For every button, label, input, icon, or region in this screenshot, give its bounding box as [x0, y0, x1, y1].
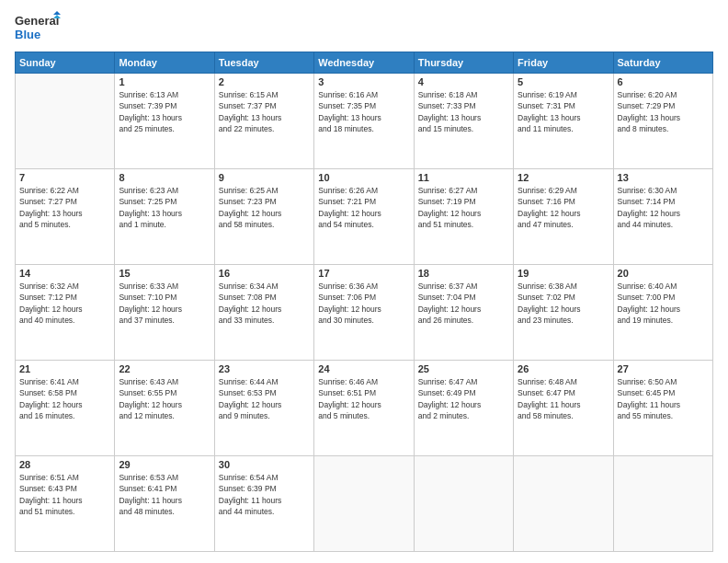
calendar-cell: 28Sunrise: 6:51 AM Sunset: 6:43 PM Dayli…	[16, 456, 115, 552]
day-number: 1	[119, 76, 210, 87]
day-number: 3	[318, 76, 409, 87]
day-number: 6	[618, 76, 709, 87]
day-info: Sunrise: 6:47 AM Sunset: 6:49 PM Dayligh…	[418, 376, 509, 421]
svg-text:General: General	[15, 14, 59, 28]
calendar-header-row: SundayMondayTuesdayWednesdayThursdayFrid…	[16, 52, 713, 74]
calendar-cell: 10Sunrise: 6:26 AM Sunset: 7:21 PM Dayli…	[314, 169, 414, 265]
calendar-cell: 24Sunrise: 6:46 AM Sunset: 6:51 PM Dayli…	[314, 361, 414, 456]
day-info: Sunrise: 6:34 AM Sunset: 7:08 PM Dayligh…	[219, 281, 310, 326]
col-header-saturday: Saturday	[613, 52, 712, 74]
day-info: Sunrise: 6:54 AM Sunset: 6:39 PM Dayligh…	[219, 472, 310, 517]
calendar-week-1: 1Sunrise: 6:13 AM Sunset: 7:39 PM Daylig…	[16, 74, 713, 169]
day-info: Sunrise: 6:13 AM Sunset: 7:39 PM Dayligh…	[119, 89, 210, 134]
col-header-sunday: Sunday	[16, 52, 115, 74]
day-number: 21	[19, 363, 110, 374]
day-number: 11	[418, 172, 509, 183]
day-number: 8	[119, 172, 210, 183]
calendar-cell: 11Sunrise: 6:27 AM Sunset: 7:19 PM Dayli…	[414, 169, 513, 265]
calendar-cell	[16, 74, 115, 169]
day-info: Sunrise: 6:27 AM Sunset: 7:19 PM Dayligh…	[418, 185, 509, 230]
calendar-cell: 13Sunrise: 6:30 AM Sunset: 7:14 PM Dayli…	[613, 169, 712, 265]
calendar-cell: 9Sunrise: 6:25 AM Sunset: 7:23 PM Daylig…	[214, 169, 313, 265]
day-number: 18	[418, 268, 509, 279]
day-number: 9	[219, 172, 310, 183]
calendar-cell: 4Sunrise: 6:18 AM Sunset: 7:33 PM Daylig…	[414, 74, 513, 169]
calendar-cell: 19Sunrise: 6:38 AM Sunset: 7:02 PM Dayli…	[514, 265, 613, 361]
calendar-week-4: 21Sunrise: 6:41 AM Sunset: 6:58 PM Dayli…	[16, 361, 713, 456]
calendar-cell: 26Sunrise: 6:48 AM Sunset: 6:47 PM Dayli…	[514, 361, 613, 456]
calendar-cell: 8Sunrise: 6:23 AM Sunset: 7:25 PM Daylig…	[115, 169, 214, 265]
day-info: Sunrise: 6:50 AM Sunset: 6:45 PM Dayligh…	[618, 376, 709, 421]
calendar-week-2: 7Sunrise: 6:22 AM Sunset: 7:27 PM Daylig…	[16, 169, 713, 265]
day-number: 10	[318, 172, 409, 183]
day-info: Sunrise: 6:37 AM Sunset: 7:04 PM Dayligh…	[418, 281, 509, 326]
col-header-wednesday: Wednesday	[314, 52, 414, 74]
day-info: Sunrise: 6:18 AM Sunset: 7:33 PM Dayligh…	[418, 89, 509, 134]
day-info: Sunrise: 6:53 AM Sunset: 6:41 PM Dayligh…	[119, 472, 210, 517]
calendar-cell: 14Sunrise: 6:32 AM Sunset: 7:12 PM Dayli…	[16, 265, 115, 361]
day-number: 22	[119, 363, 210, 374]
day-number: 23	[219, 363, 310, 374]
logo: General Blue	[15, 11, 61, 44]
day-info: Sunrise: 6:20 AM Sunset: 7:29 PM Dayligh…	[618, 89, 709, 134]
day-info: Sunrise: 6:29 AM Sunset: 7:16 PM Dayligh…	[518, 185, 609, 230]
day-number: 27	[618, 363, 709, 374]
day-number: 13	[618, 172, 709, 183]
calendar-cell: 5Sunrise: 6:19 AM Sunset: 7:31 PM Daylig…	[514, 74, 613, 169]
calendar-cell: 12Sunrise: 6:29 AM Sunset: 7:16 PM Dayli…	[514, 169, 613, 265]
day-info: Sunrise: 6:32 AM Sunset: 7:12 PM Dayligh…	[19, 281, 110, 326]
day-info: Sunrise: 6:38 AM Sunset: 7:02 PM Dayligh…	[518, 281, 609, 326]
day-number: 28	[19, 459, 110, 470]
calendar-cell: 17Sunrise: 6:36 AM Sunset: 7:06 PM Dayli…	[314, 265, 414, 361]
day-number: 7	[19, 172, 110, 183]
col-header-thursday: Thursday	[414, 52, 513, 74]
calendar-cell: 22Sunrise: 6:43 AM Sunset: 6:55 PM Dayli…	[115, 361, 214, 456]
calendar-cell	[613, 456, 712, 552]
calendar-table: SundayMondayTuesdayWednesdayThursdayFrid…	[15, 52, 713, 552]
day-number: 20	[618, 268, 709, 279]
day-info: Sunrise: 6:41 AM Sunset: 6:58 PM Dayligh…	[19, 376, 110, 421]
day-number: 16	[219, 268, 310, 279]
day-info: Sunrise: 6:51 AM Sunset: 6:43 PM Dayligh…	[19, 472, 110, 517]
col-header-monday: Monday	[115, 52, 214, 74]
day-info: Sunrise: 6:40 AM Sunset: 7:00 PM Dayligh…	[618, 281, 709, 326]
calendar-cell	[414, 456, 513, 552]
calendar-cell: 15Sunrise: 6:33 AM Sunset: 7:10 PM Dayli…	[115, 265, 214, 361]
calendar-cell: 21Sunrise: 6:41 AM Sunset: 6:58 PM Dayli…	[16, 361, 115, 456]
day-info: Sunrise: 6:25 AM Sunset: 7:23 PM Dayligh…	[219, 185, 310, 230]
day-number: 19	[518, 268, 609, 279]
day-info: Sunrise: 6:43 AM Sunset: 6:55 PM Dayligh…	[119, 376, 210, 421]
day-info: Sunrise: 6:23 AM Sunset: 7:25 PM Dayligh…	[119, 185, 210, 230]
day-info: Sunrise: 6:33 AM Sunset: 7:10 PM Dayligh…	[119, 281, 210, 326]
svg-marker-2	[53, 11, 61, 15]
calendar-cell: 1Sunrise: 6:13 AM Sunset: 7:39 PM Daylig…	[115, 74, 214, 169]
calendar-cell: 18Sunrise: 6:37 AM Sunset: 7:04 PM Dayli…	[414, 265, 513, 361]
calendar-cell: 20Sunrise: 6:40 AM Sunset: 7:00 PM Dayli…	[613, 265, 712, 361]
day-info: Sunrise: 6:19 AM Sunset: 7:31 PM Dayligh…	[518, 89, 609, 134]
calendar-cell: 29Sunrise: 6:53 AM Sunset: 6:41 PM Dayli…	[115, 456, 214, 552]
calendar-cell	[514, 456, 613, 552]
calendar-cell: 2Sunrise: 6:15 AM Sunset: 7:37 PM Daylig…	[214, 74, 313, 169]
day-info: Sunrise: 6:26 AM Sunset: 7:21 PM Dayligh…	[318, 185, 409, 230]
day-number: 14	[19, 268, 110, 279]
calendar-week-3: 14Sunrise: 6:32 AM Sunset: 7:12 PM Dayli…	[16, 265, 713, 361]
day-number: 24	[318, 363, 409, 374]
calendar-cell: 30Sunrise: 6:54 AM Sunset: 6:39 PM Dayli…	[214, 456, 313, 552]
calendar-cell: 3Sunrise: 6:16 AM Sunset: 7:35 PM Daylig…	[314, 74, 414, 169]
col-header-friday: Friday	[514, 52, 613, 74]
calendar-week-5: 28Sunrise: 6:51 AM Sunset: 6:43 PM Dayli…	[16, 456, 713, 552]
calendar-cell: 23Sunrise: 6:44 AM Sunset: 6:53 PM Dayli…	[214, 361, 313, 456]
calendar-cell: 16Sunrise: 6:34 AM Sunset: 7:08 PM Dayli…	[214, 265, 313, 361]
day-number: 5	[518, 76, 609, 87]
logo-svg: General Blue	[15, 11, 61, 44]
day-number: 17	[318, 268, 409, 279]
day-number: 25	[418, 363, 509, 374]
calendar-cell: 25Sunrise: 6:47 AM Sunset: 6:49 PM Dayli…	[414, 361, 513, 456]
day-info: Sunrise: 6:22 AM Sunset: 7:27 PM Dayligh…	[19, 185, 110, 230]
col-header-tuesday: Tuesday	[214, 52, 313, 74]
calendar-cell: 27Sunrise: 6:50 AM Sunset: 6:45 PM Dayli…	[613, 361, 712, 456]
svg-text:Blue: Blue	[15, 28, 40, 41]
day-number: 29	[119, 459, 210, 470]
day-number: 30	[219, 459, 310, 470]
day-info: Sunrise: 6:48 AM Sunset: 6:47 PM Dayligh…	[518, 376, 609, 421]
